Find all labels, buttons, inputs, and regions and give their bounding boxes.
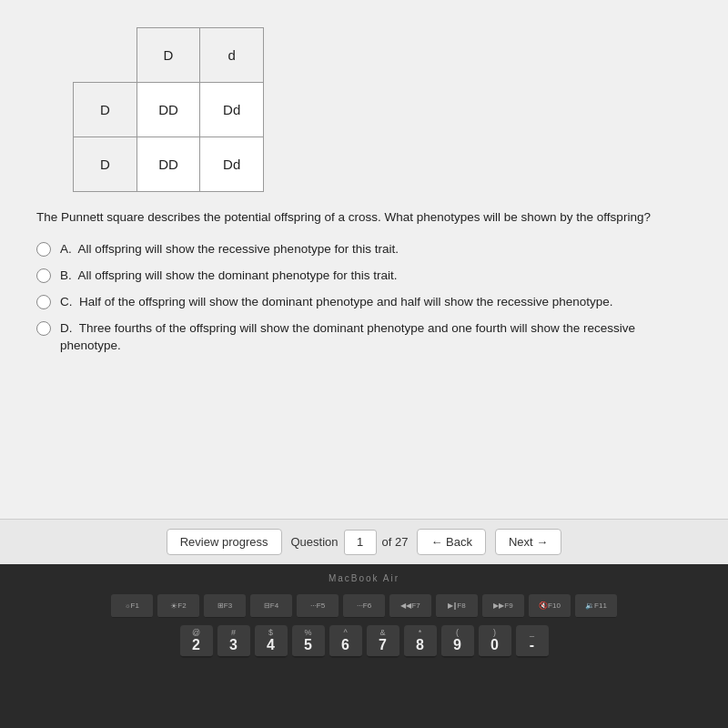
key-F4[interactable]: ⊟F4 [250, 594, 292, 618]
key-F11[interactable]: 🔉F11 [575, 594, 617, 618]
punnett-row1-header: D [74, 83, 137, 137]
number-key-row: @ 2 # 3 $ 4 % 5 ^ 6 [180, 625, 549, 658]
key-F3[interactable]: ⊞F3 [204, 594, 246, 618]
question-text: The Punnett square describes the potenti… [36, 208, 692, 227]
key-minus[interactable]: _ - [516, 625, 549, 658]
punnett-cell-DD-1: DD [136, 83, 200, 137]
question-number-input[interactable] [344, 530, 377, 555]
key-F1[interactable]: ☼F1 [111, 594, 153, 618]
back-button[interactable]: ← Back [417, 529, 486, 555]
question-navigation: Question of 27 [291, 530, 409, 555]
answer-choices: A. All offspring will show the recessive… [36, 241, 692, 354]
key-F5[interactable]: ⋯F5 [297, 594, 339, 618]
choice-D[interactable]: D. Three fourths of the offspring will s… [36, 320, 692, 355]
choice-A[interactable]: A. All offspring will show the recessive… [36, 241, 692, 258]
radio-D[interactable] [36, 321, 51, 336]
bottom-nav-bar: Review progress Question of 27 ← Back Ne… [0, 519, 728, 564]
key-4[interactable]: $ 4 [255, 625, 288, 658]
punnett-cell-Dd-1: Dd [200, 83, 264, 137]
key-F10[interactable]: 🔇F10 [529, 594, 571, 618]
punnett-header-D: D [136, 28, 200, 83]
punnett-cell-Dd-2: Dd [200, 137, 264, 192]
choice-B-label: B. All offspring will show the dominant … [60, 268, 397, 285]
punnett-empty-corner [74, 28, 137, 83]
key-7[interactable]: & 7 [367, 625, 399, 658]
key-2[interactable]: @ 2 [180, 625, 213, 658]
key-F9[interactable]: ▶▶F9 [482, 594, 524, 618]
keyboard-logo: MacBook Air [329, 573, 399, 583]
key-F2[interactable]: ☀F2 [157, 594, 199, 618]
punnett-cell-DD-2: DD [136, 137, 200, 192]
screen: D d D DD Dd D DD Dd The Punnett square d… [0, 0, 728, 564]
choice-D-label: D. Three fourths of the offspring will s… [60, 320, 692, 355]
choice-B[interactable]: B. All offspring will show the dominant … [36, 268, 692, 285]
choice-C[interactable]: C. Half of the offspring will show the d… [36, 294, 692, 311]
punnett-header-d: d [200, 28, 264, 83]
of-label: of 27 [382, 535, 409, 549]
punnett-row2-header: D [74, 137, 137, 192]
question-area: The Punnett square describes the potenti… [36, 208, 692, 364]
key-3[interactable]: # 3 [217, 625, 250, 658]
question-label: Question [291, 535, 339, 549]
key-5[interactable]: % 5 [292, 625, 325, 658]
key-0[interactable]: ) 0 [479, 625, 511, 658]
key-6[interactable]: ^ 6 [329, 625, 362, 658]
punnett-square: D d D DD Dd D DD Dd [73, 27, 264, 192]
next-button[interactable]: Next → [495, 529, 561, 555]
key-F8[interactable]: ▶‖F8 [436, 594, 478, 618]
radio-C[interactable] [36, 295, 51, 309]
choice-C-label: C. Half of the offspring will show the d… [60, 294, 613, 311]
key-F6[interactable]: ⋯F6 [343, 594, 385, 618]
key-9[interactable]: ( 9 [441, 625, 474, 658]
keyboard-area: MacBook Air ☼F1 ☀F2 ⊞F3 ⊟F4 ⋯F5 ⋯F6 ◀◀F7… [0, 564, 728, 728]
radio-B[interactable] [36, 268, 51, 283]
radio-A[interactable] [36, 242, 51, 257]
key-F7[interactable]: ◀◀F7 [389, 594, 431, 618]
key-8[interactable]: * 8 [404, 625, 437, 658]
choice-A-label: A. All offspring will show the recessive… [60, 241, 399, 258]
review-progress-button[interactable]: Review progress [167, 529, 282, 555]
punnett-table: D d D DD Dd D DD Dd [73, 27, 264, 192]
fn-key-row: ☼F1 ☀F2 ⊞F3 ⊟F4 ⋯F5 ⋯F6 ◀◀F7 ▶‖F8 ▶▶F9 🔇… [111, 594, 617, 618]
